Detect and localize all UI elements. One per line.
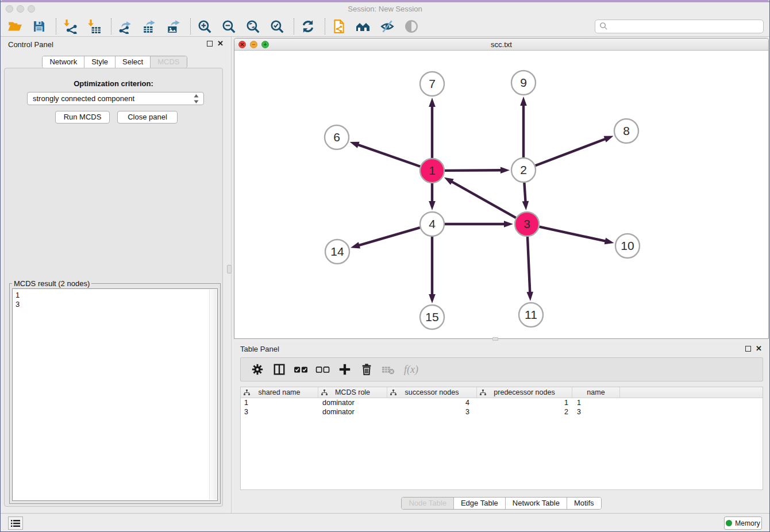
graph-edge-3-1[interactable] (451, 182, 516, 218)
import-table-icon[interactable] (86, 18, 103, 35)
result-scrollbar[interactable] (209, 290, 217, 500)
zoom-selected-icon[interactable] (268, 18, 286, 35)
import-network-icon[interactable] (61, 18, 79, 35)
export-network-icon[interactable] (117, 18, 134, 35)
run-mcds-button[interactable]: Run MCDS (55, 111, 110, 124)
graph-edge-4-14[interactable] (358, 228, 419, 245)
delete-table-icon[interactable] (379, 361, 398, 378)
memory-status-icon (726, 520, 732, 526)
tab-select[interactable]: Select (116, 56, 151, 68)
table-cell[interactable]: 2 (477, 407, 572, 417)
graph-node-label: 14 (330, 245, 344, 258)
table-cell[interactable]: 1 (572, 398, 620, 407)
table-cell[interactable]: 1 (241, 398, 318, 407)
show-columns-icon[interactable] (270, 361, 289, 378)
mcds-result-line: 1 (16, 291, 214, 300)
mcds-result-group: MCDS result (2 nodes) 13 (9, 283, 221, 504)
table-tab-node-table[interactable]: Node Table (402, 498, 454, 509)
table-row[interactable]: 3dominator323 (241, 407, 763, 417)
save-session-icon[interactable] (30, 18, 48, 35)
graph-edge-2-3[interactable] (524, 183, 525, 202)
table-tab-network-table[interactable]: Network Table (506, 498, 567, 509)
edge-arrowhead (504, 221, 513, 228)
toolbar-separator (190, 18, 191, 34)
column-header-predecessor-nodes[interactable]: predecessor nodes (477, 387, 572, 398)
column-header-successor-nodes[interactable]: successor nodes (387, 387, 477, 398)
graph-node-label: 7 (429, 77, 436, 90)
zoom-in-icon[interactable] (196, 18, 213, 35)
close-panel-button[interactable]: Close panel (117, 111, 178, 124)
window-titlebar: Session: New Session (1, 2, 769, 16)
control-panel: Control Panel ✕ NetworkStyleSelectMCDS O… (1, 37, 229, 513)
splitter-handle[interactable] (492, 337, 498, 341)
network-column-icon (480, 390, 486, 396)
column-header-shared-name[interactable]: shared name (241, 387, 318, 398)
table-tab-motifs[interactable]: Motifs (567, 498, 601, 509)
search-input[interactable] (608, 21, 763, 32)
search-field[interactable] (595, 20, 764, 33)
table-cell[interactable]: 1 (477, 398, 572, 407)
export-image-icon[interactable] (165, 18, 182, 35)
refresh-icon[interactable] (299, 18, 317, 35)
first-neighbors-icon[interactable] (355, 18, 372, 35)
clone-network-icon[interactable] (330, 18, 348, 35)
delete-column-trash-icon[interactable] (357, 361, 376, 378)
export-table-icon[interactable] (141, 18, 158, 35)
create-column-icon[interactable] (335, 361, 355, 378)
table-cell[interactable]: dominator (318, 398, 387, 407)
zoom-out-icon[interactable] (220, 18, 237, 35)
tab-style[interactable]: Style (84, 56, 116, 68)
hide-selected-icon[interactable] (379, 18, 396, 35)
table-cell[interactable]: 3 (572, 407, 620, 417)
graph-edge-1-2[interactable] (445, 170, 502, 171)
graph-node-label: 6 (333, 130, 340, 144)
float-table-panel-icon[interactable] (745, 346, 751, 352)
network-graph[interactable]: 7968124314101511 (234, 51, 768, 338)
table-cell[interactable]: dominator (318, 407, 387, 417)
table-cell[interactable]: 3 (241, 407, 318, 417)
table-panel-title: Table Panel (240, 345, 279, 353)
graph-edge-3-11[interactable] (528, 237, 530, 293)
close-panel-icon[interactable]: ✕ (217, 39, 224, 48)
node-table[interactable]: shared nameMCDS rolesuccessor nodesprede… (240, 387, 763, 490)
column-header-label: MCDS role (335, 388, 370, 396)
edge-arrowhead (351, 242, 360, 248)
graph-node-label: 11 (525, 308, 537, 321)
network-canvas[interactable]: 7968124314101511 (234, 51, 768, 338)
panel-splitter[interactable] (231, 37, 232, 513)
network-window-titlebar[interactable]: ✕ − + scc.txt (234, 38, 768, 51)
open-file-icon[interactable] (6, 18, 24, 35)
graph-edge-3-10[interactable] (539, 227, 606, 241)
optimization-criterion-select[interactable]: strongly connected component (27, 92, 204, 105)
table-cell[interactable]: 3 (387, 407, 477, 417)
graph-edge-2-8[interactable] (536, 138, 606, 165)
float-panel-icon[interactable] (207, 41, 213, 47)
window-title: Session: New Session (1, 5, 769, 13)
tab-mcds[interactable]: MCDS (151, 56, 186, 68)
zoom-fit-icon[interactable] (244, 18, 261, 35)
toolbar-separator (56, 18, 56, 34)
close-table-panel-icon[interactable]: ✕ (756, 344, 762, 353)
table-cell[interactable]: 4 (387, 398, 477, 407)
task-history-button[interactable] (8, 516, 23, 530)
function-builder-icon[interactable]: f(x) (404, 364, 418, 376)
graph-edge-1-6[interactable] (357, 145, 420, 167)
mcds-result-list[interactable]: 13 (12, 288, 218, 501)
show-hidden-icon[interactable] (403, 18, 420, 35)
select-all-columns-icon[interactable] (291, 361, 311, 378)
splitter-handle[interactable] (227, 265, 232, 273)
tab-network[interactable]: Network (43, 56, 84, 68)
status-bar: Memory (1, 513, 769, 532)
column-header-MCDS-role[interactable]: MCDS role (318, 387, 387, 398)
deselect-all-columns-icon[interactable] (313, 361, 333, 378)
memory-button[interactable]: Memory (724, 516, 762, 530)
toolbar-separator (325, 18, 325, 34)
list-icon (11, 519, 20, 527)
table-settings-gear-icon[interactable] (248, 361, 267, 378)
table-row[interactable]: 1dominator411 (241, 398, 763, 407)
edge-arrowhead (526, 292, 533, 301)
network-window-title: scc.txt (234, 40, 768, 49)
column-header-name[interactable]: name (572, 387, 620, 398)
edge-arrowhead (522, 201, 529, 210)
table-tab-edge-table[interactable]: Edge Table (454, 498, 506, 509)
